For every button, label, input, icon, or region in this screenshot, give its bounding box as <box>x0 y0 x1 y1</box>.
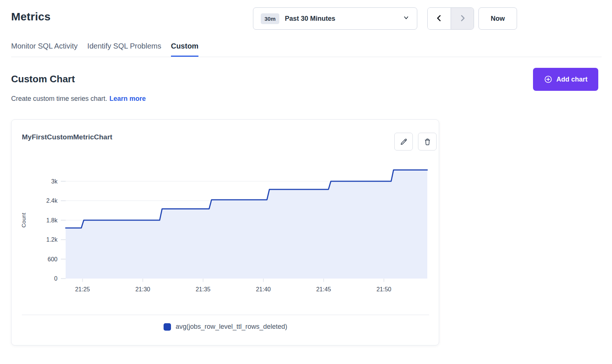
svg-text:21:30: 21:30 <box>135 286 150 292</box>
edit-chart-button[interactable] <box>394 133 413 150</box>
chart-title: MyFirstCustomMetricChart <box>22 133 112 141</box>
svg-text:21:40: 21:40 <box>256 286 271 292</box>
legend-item-label[interactable]: avg(jobs_row_level_ttl_rows_deleted) <box>175 323 287 331</box>
plus-circle-icon <box>544 75 553 84</box>
svg-text:1.2k: 1.2k <box>46 236 58 243</box>
previous-range-button[interactable] <box>428 8 451 29</box>
tabs-divider <box>11 57 602 57</box>
svg-text:21:45: 21:45 <box>316 286 331 292</box>
add-chart-button[interactable]: Add chart <box>533 68 598 91</box>
svg-text:3k: 3k <box>51 178 58 185</box>
custom-chart-card: MyFirstCustomMetricChart 06001.2k1.8k2.4… <box>11 119 439 345</box>
card-divider <box>22 315 429 315</box>
chevron-left-icon <box>435 14 443 23</box>
section-description: Create custom time series chart.Learn mo… <box>11 95 146 103</box>
svg-text:21:25: 21:25 <box>75 286 90 292</box>
svg-text:21:50: 21:50 <box>376 286 391 292</box>
tab-monitor-sql-activity[interactable]: Monitor SQL Activity <box>11 42 78 57</box>
svg-text:600: 600 <box>47 256 57 262</box>
tab-bar: Monitor SQL Activity Identify SQL Proble… <box>11 42 198 57</box>
section-description-text: Create custom time series chart. <box>11 95 107 102</box>
svg-text:0: 0 <box>54 275 57 282</box>
trash-icon <box>423 138 432 146</box>
next-range-button[interactable] <box>451 8 474 29</box>
svg-text:21:35: 21:35 <box>195 286 210 292</box>
time-shift-button-group <box>427 7 474 30</box>
pencil-icon <box>399 138 408 146</box>
time-range-label: Past 30 Minutes <box>285 15 403 23</box>
legend-swatch[interactable] <box>164 323 171 331</box>
svg-text:Count: Count <box>20 212 27 228</box>
svg-text:1.8k: 1.8k <box>46 217 58 224</box>
section-heading: Custom Chart <box>11 73 75 85</box>
time-series-chart: 06001.2k1.8k2.4k3k21:2521:3021:3521:4021… <box>11 157 440 301</box>
add-chart-label: Add chart <box>556 76 588 83</box>
learn-more-link[interactable]: Learn more <box>109 95 146 102</box>
trash-icon-button[interactable] <box>418 133 437 150</box>
time-range-selector[interactable]: 30m Past 30 Minutes <box>253 7 417 30</box>
legend: avg(jobs_row_level_ttl_rows_deleted) <box>11 323 440 331</box>
tab-custom[interactable]: Custom <box>171 42 198 57</box>
chevron-right-icon <box>459 14 466 23</box>
svg-text:2.4k: 2.4k <box>46 198 58 204</box>
now-button[interactable]: Now <box>478 7 517 30</box>
page-title: Metrics <box>11 10 50 23</box>
tab-identify-sql-problems[interactable]: Identify SQL Problems <box>87 42 161 57</box>
time-range-badge: 30m <box>261 13 279 24</box>
chevron-down-icon <box>403 14 409 23</box>
